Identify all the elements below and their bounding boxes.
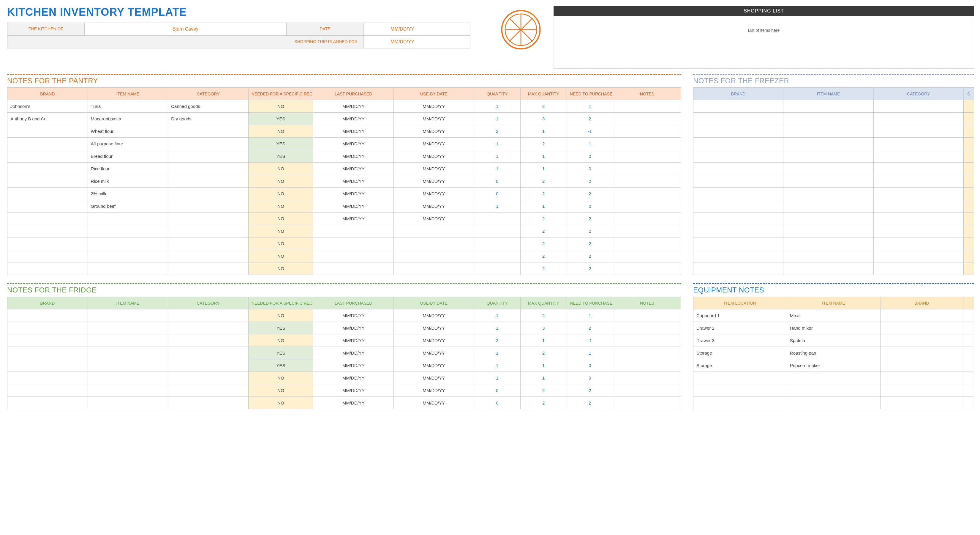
cell-recipe[interactable]: NO [248,175,313,188]
cell-need[interactable]: 0 [566,372,613,384]
table-row[interactable] [694,250,974,262]
cell-category[interactable] [168,347,248,359]
cell-brand[interactable]: Johnson's [8,100,88,113]
cell-item[interactable]: Rice flour [88,163,168,175]
cell-category[interactable] [873,212,963,225]
table-row[interactable]: NO MM/DD/YY MM/DD/YY 0 2 2 [8,397,681,409]
cell-brand[interactable] [694,163,783,175]
table-row[interactable] [694,137,974,150]
cell-item[interactable]: Hand mixer [787,322,880,334]
table-row[interactable] [694,238,974,250]
cell-extra[interactable] [963,137,974,150]
cell-item[interactable] [88,238,168,250]
cell-extra[interactable] [963,163,974,175]
cell-location[interactable]: Storage [694,359,787,372]
cell-maxqty[interactable]: 1 [520,372,566,384]
cell-maxqty[interactable]: 2 [520,347,566,359]
cell-extra[interactable] [963,262,974,275]
cell-useby[interactable]: MM/DD/YY [394,397,474,409]
cell-category[interactable] [873,150,963,163]
cell-brand[interactable] [880,347,963,359]
cell-location[interactable] [694,397,787,409]
table-row[interactable] [694,100,974,113]
table-row[interactable] [694,200,974,212]
cell-category[interactable] [873,250,963,262]
cell-category[interactable] [168,310,248,322]
cell-brand[interactable] [694,212,783,225]
cell-brand[interactable] [880,397,963,409]
cell-useby[interactable]: MM/DD/YY [394,100,474,113]
cell-brand[interactable] [8,359,88,372]
cell-category[interactable] [873,188,963,200]
cell-notes[interactable] [613,372,681,384]
cell-purchased[interactable]: MM/DD/YY [313,175,394,188]
cell-qty[interactable]: 1 [474,113,520,125]
cell-extra[interactable] [963,347,974,359]
cell-category[interactable] [873,100,963,113]
cell-recipe[interactable]: NO [248,372,313,384]
table-row[interactable]: Rice milk NO MM/DD/YY MM/DD/YY 0 2 2 [8,175,681,188]
cell-item[interactable] [88,359,168,372]
cell-recipe[interactable]: NO [248,310,313,322]
cell-purchased[interactable] [313,262,394,275]
cell-item[interactable] [88,225,168,238]
cell-need[interactable]: 2 [566,384,613,397]
cell-notes[interactable] [613,150,681,163]
table-row[interactable] [694,188,974,200]
table-row[interactable]: StorageRoasting pan [694,347,974,359]
cell-maxqty[interactable]: 2 [520,212,566,225]
cell-category[interactable] [168,262,248,275]
cell-item[interactable] [783,262,873,275]
table-row[interactable]: StoragePopcorn maker [694,359,974,372]
cell-recipe[interactable]: NO [248,334,313,347]
cell-category[interactable] [168,150,248,163]
cell-purchased[interactable] [313,250,394,262]
cell-category[interactable] [168,238,248,250]
cell-maxqty[interactable]: 1 [520,359,566,372]
table-row[interactable]: NO MM/DD/YY MM/DD/YY 0 2 2 [8,384,681,397]
cell-item[interactable] [88,397,168,409]
cell-maxqty[interactable]: 1 [520,163,566,175]
cell-purchased[interactable]: MM/DD/YY [313,137,394,150]
cell-brand[interactable] [8,372,88,384]
cell-category[interactable] [873,225,963,238]
cell-item[interactable]: Tuna [88,100,168,113]
cell-maxqty[interactable]: 1 [520,334,566,347]
cell-category[interactable] [168,359,248,372]
cell-notes[interactable] [613,188,681,200]
cell-qty[interactable] [474,262,520,275]
cell-useby[interactable]: MM/DD/YY [394,322,474,334]
cell-purchased[interactable]: MM/DD/YY [313,188,394,200]
cell-qty[interactable]: 1 [474,150,520,163]
cell-category[interactable] [168,225,248,238]
cell-category[interactable] [168,200,248,212]
cell-need[interactable]: -1 [566,334,613,347]
cell-item[interactable] [88,372,168,384]
cell-brand[interactable] [880,372,963,384]
table-row[interactable] [694,372,974,384]
cell-notes[interactable] [613,113,681,125]
cell-recipe[interactable]: NO [248,238,313,250]
table-row[interactable]: NO 2 2 [8,238,681,250]
cell-location[interactable]: Drawer 3 [694,334,787,347]
cell-brand[interactable] [694,113,783,125]
cell-category[interactable]: Dry goods [168,113,248,125]
cell-notes[interactable] [613,125,681,137]
trip-value[interactable]: MM/DD/YY [364,36,441,48]
cell-notes[interactable] [613,310,681,322]
cell-need[interactable]: 2 [566,322,613,334]
table-row[interactable] [694,397,974,409]
cell-maxqty[interactable]: 2 [520,188,566,200]
cell-recipe[interactable]: NO [248,100,313,113]
cell-useby[interactable]: MM/DD/YY [394,188,474,200]
cell-qty[interactable]: 1 [474,359,520,372]
cell-maxqty[interactable]: 2 [520,397,566,409]
cell-maxqty[interactable]: 3 [520,113,566,125]
cell-item[interactable] [88,347,168,359]
cell-qty[interactable]: 1 [474,310,520,322]
table-row[interactable]: NO MM/DD/YY MM/DD/YY 2 1 -1 [8,334,681,347]
cell-qty[interactable]: 1 [474,100,520,113]
cell-purchased[interactable]: MM/DD/YY [313,397,394,409]
cell-useby[interactable]: MM/DD/YY [394,137,474,150]
cell-category[interactable] [873,200,963,212]
